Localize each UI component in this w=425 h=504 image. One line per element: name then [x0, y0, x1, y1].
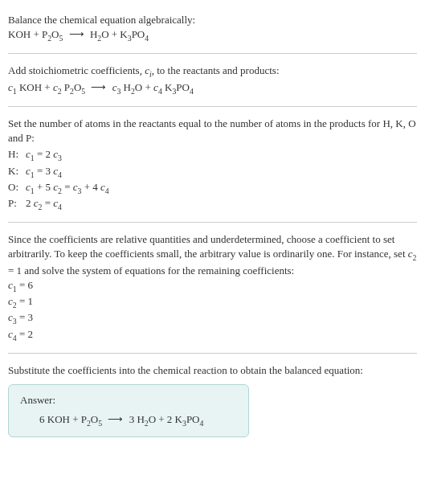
atom-eq: c1 = 3 c4	[26, 164, 62, 180]
atom-eq: 2 c2 = c4	[26, 196, 62, 212]
stoich-instruction: Add stoichiometric coefficients, ci, to …	[8, 64, 417, 80]
coeff-value: c4 = 2	[8, 327, 417, 343]
coeff-equation: c1 KOH + c2 P2O5 ⟶ c3 H2O + c4 K3PO4	[8, 80, 417, 96]
balanced-equation: 6 KOH + P2O5 ⟶ 3 H2O + 2 K3PO4	[20, 412, 237, 428]
atom-label: K:	[8, 164, 26, 178]
page-title: Balance the chemical equation algebraica…	[8, 13, 417, 27]
atom-eq: c1 = 2 c3	[26, 147, 62, 163]
atom-row: H: c1 = 2 c3	[8, 147, 417, 163]
divider	[8, 353, 417, 354]
atom-eq: c1 + 5 c2 = c3 + 4 c4	[26, 180, 109, 196]
atom-balance-instruction: Set the number of atoms in the reactants…	[8, 117, 417, 145]
atom-row: K: c1 = 3 c4	[8, 164, 417, 180]
atom-row: O: c1 + 5 c2 = c3 + 4 c4	[8, 180, 417, 196]
answer-box: Answer: 6 KOH + P2O5 ⟶ 3 H2O + 2 K3PO4	[8, 384, 249, 437]
atom-equations: H: c1 = 2 c3 K: c1 = 3 c4 O: c1 + 5 c2 =…	[8, 147, 417, 212]
atom-row: P: 2 c2 = c4	[8, 196, 417, 212]
coeff-value: c1 = 6	[8, 278, 417, 294]
choose-coeff-instruction: Since the coefficients are relative quan…	[8, 232, 417, 278]
divider	[8, 106, 417, 107]
divider	[8, 222, 417, 223]
coeff-value: c2 = 1	[8, 294, 417, 310]
coeff-value: c3 = 3	[8, 310, 417, 326]
substitute-instruction: Substitute the coefficients into the che…	[8, 363, 417, 378]
answer-label: Answer:	[20, 393, 237, 408]
coeff-solution: c1 = 6 c2 = 1 c3 = 3 c4 = 2	[8, 278, 417, 343]
atom-label: O:	[8, 180, 26, 195]
atom-label: H:	[8, 147, 26, 162]
divider	[8, 53, 417, 54]
atom-label: P:	[8, 196, 26, 211]
unbalanced-equation: KOH + P2O5 ⟶ H2O + K3PO4	[8, 27, 417, 43]
